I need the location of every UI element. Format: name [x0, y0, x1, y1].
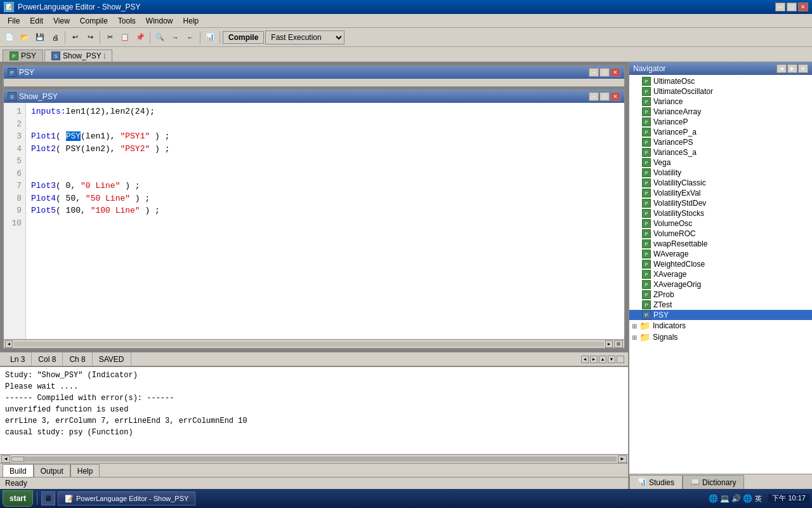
tree-item-variancepa[interactable]: P VarianceP_a	[629, 127, 812, 137]
menu-tools[interactable]: Tools	[113, 15, 141, 27]
output-tab-build[interactable]: Build	[3, 464, 34, 477]
tree-label-variancearray: VarianceArray	[653, 107, 701, 116]
nav-tab-dictionary-label: Dictionary	[702, 478, 736, 487]
maximize-button[interactable]: □	[787, 3, 797, 11]
tab-psy[interactable]: P PSY	[3, 50, 43, 62]
signals-expand-icon: ⊞	[632, 334, 637, 341]
fast-execution-select[interactable]: Fast Execution Normal Execution	[265, 30, 344, 44]
tree-item-xaverage[interactable]: P XAverage	[629, 269, 812, 279]
resize-handle[interactable]: ⊞	[614, 340, 623, 348]
tree-item-vega[interactable]: P Vega	[629, 157, 812, 168]
status-right: ◄ ► ▲ ▼	[581, 356, 624, 363]
tree-item-volumeosc[interactable]: P VolumeOsc	[629, 218, 812, 229]
tb-btn-extra1[interactable]: 📊	[203, 30, 217, 44]
tree-folder-indicators[interactable]: ⊞ 📁 Indicators	[629, 320, 812, 331]
tree-item-volatilityclassic[interactable]: P VolatilityClassic	[629, 178, 812, 188]
tree-icon-volumeroc: P	[642, 229, 651, 238]
tree-item-variancesa[interactable]: P VarianceS_a	[629, 147, 812, 157]
menu-file[interactable]: File	[3, 15, 25, 27]
tree-item-variance[interactable]: P Variance	[629, 97, 812, 107]
tab-show-psy[interactable]: S Show_PSY |	[44, 50, 112, 62]
nav-tab-dictionary[interactable]: 📖 Dictionary	[683, 475, 744, 489]
tree-item-vwapresettable[interactable]: P vwapResettable	[629, 239, 812, 249]
close-button[interactable]: ✕	[798, 3, 808, 11]
tree-item-waverage[interactable]: P WAverage	[629, 249, 812, 259]
output-scroll-right[interactable]: ►	[618, 455, 627, 463]
navigator-tree[interactable]: P UltimateOsc P UltimateOscillator P Var…	[629, 75, 812, 474]
taskbar-app-powerlanguage[interactable]: 📝 PowerLanguage Editor - Show_PSY	[58, 491, 195, 505]
scroll-left-btn[interactable]: ◄	[5, 340, 13, 348]
tree-item-volatilitystddev[interactable]: P VolatilityStdDev	[629, 198, 812, 208]
status-scroll-btn3[interactable]: ▲	[599, 356, 606, 363]
print-button[interactable]: 🖨	[48, 30, 62, 44]
status-scroll-btn2[interactable]: ►	[590, 356, 598, 363]
tab-psy-label: PSY	[21, 51, 36, 60]
tree-item-varianceps[interactable]: P VariancePS	[629, 137, 812, 147]
tree-item-xaverageorig[interactable]: P XAverageOrig	[629, 279, 812, 290]
nav-tab-studies[interactable]: 📊 Studies	[629, 475, 683, 489]
nav-next-btn[interactable]: ►	[787, 64, 797, 73]
code-editor[interactable]: 1 2 3 4 5 6 7 8 9 10 inputs:len1(12),len…	[4, 103, 624, 339]
nav-prev-btn[interactable]: ◄	[776, 64, 787, 73]
tree-item-ultimateosc[interactable]: P UltimateOsc	[629, 76, 812, 86]
tree-item-variancearray[interactable]: P VarianceArray	[629, 107, 812, 117]
left-content: P PSY ─ □ ✕ S	[0, 62, 628, 489]
open-button[interactable]: 📂	[18, 30, 32, 44]
status-scroll-btn1[interactable]: ◄	[581, 356, 589, 363]
copy-button[interactable]: 📋	[118, 30, 132, 44]
scroll-track[interactable]	[14, 342, 604, 347]
start-button[interactable]: start	[3, 490, 33, 507]
tree-item-volatilitystocks[interactable]: P VolatilityStocks	[629, 208, 812, 218]
minimize-button[interactable]: ─	[775, 3, 785, 11]
clock: 下午 10:17	[768, 494, 809, 502]
show-psy-minimize-btn[interactable]: ─	[589, 92, 599, 101]
status-resize[interactable]	[617, 356, 624, 363]
tree-item-volumeroc[interactable]: P VolumeROC	[629, 229, 812, 239]
tree-item-weightedclose[interactable]: P WeightedClose	[629, 259, 812, 269]
psy-close-btn[interactable]: ✕	[610, 68, 620, 77]
tree-folder-signals[interactable]: ⊞ 📁 Signals	[629, 331, 812, 343]
psy-window-title: PSY	[19, 68, 34, 77]
code-content[interactable]: inputs:len1(12),len2(24); Plot1( PSY(len…	[26, 103, 624, 339]
show-psy-close-btn[interactable]: ✕	[610, 92, 620, 101]
tree-icon-ultimateoscillator: P	[642, 87, 651, 96]
paste-button[interactable]: 📌	[133, 30, 147, 44]
tree-label-ztest: ZTest	[653, 300, 672, 309]
tree-label-vwapresettable: vwapResettable	[653, 239, 707, 248]
tree-item-psy[interactable]: P PSY	[629, 310, 812, 320]
scroll-right-btn[interactable]: ►	[605, 340, 613, 348]
tree-item-zprob[interactable]: P ZProb	[629, 290, 812, 300]
tree-item-volatility[interactable]: P Volatility	[629, 168, 812, 178]
output-scroll-track[interactable]	[11, 457, 617, 462]
save-button[interactable]: 💾	[33, 30, 47, 44]
compile-button[interactable]: Compile	[223, 31, 264, 44]
tree-item-volatilityexval[interactable]: P VolatilityExVal	[629, 188, 812, 198]
show-psy-maximize-btn[interactable]: □	[599, 92, 610, 101]
cut-button[interactable]: ✂	[103, 30, 117, 44]
output-scroll-left[interactable]: ◄	[1, 455, 10, 463]
indent-button[interactable]: →	[168, 30, 182, 44]
redo-button[interactable]: ↪	[83, 30, 97, 44]
psy-minimize-btn[interactable]: ─	[589, 68, 599, 77]
output-tab-help[interactable]: Help	[70, 464, 100, 477]
new-button[interactable]: 📄	[3, 30, 16, 44]
tree-item-ztest[interactable]: P ZTest	[629, 300, 812, 310]
menu-view[interactable]: View	[48, 15, 75, 27]
taskbar-show-desktop[interactable]: 🖥	[41, 491, 55, 505]
output-tab-output[interactable]: Output	[34, 464, 70, 477]
status-scroll-btn4[interactable]: ▼	[608, 356, 615, 363]
find-button[interactable]: 🔍	[153, 30, 167, 44]
tree-item-ultimateoscillator[interactable]: P UltimateOscillator	[629, 86, 812, 97]
nav-close-btn[interactable]: ✕	[798, 64, 808, 73]
line-numbers: 1 2 3 4 5 6 7 8 9 10	[4, 103, 26, 339]
outdent-button[interactable]: ←	[183, 30, 197, 44]
menu-compile[interactable]: Compile	[75, 15, 113, 27]
tree-item-variancep[interactable]: P VarianceP	[629, 117, 812, 127]
menu-window[interactable]: Window	[141, 15, 178, 27]
psy-maximize-btn[interactable]: □	[599, 68, 610, 77]
tray-icon-2: 💻	[719, 493, 730, 504]
menu-edit[interactable]: Edit	[25, 15, 48, 27]
undo-button[interactable]: ↩	[68, 30, 82, 44]
taskbar-sep	[37, 492, 37, 505]
menu-help[interactable]: Help	[178, 15, 204, 27]
